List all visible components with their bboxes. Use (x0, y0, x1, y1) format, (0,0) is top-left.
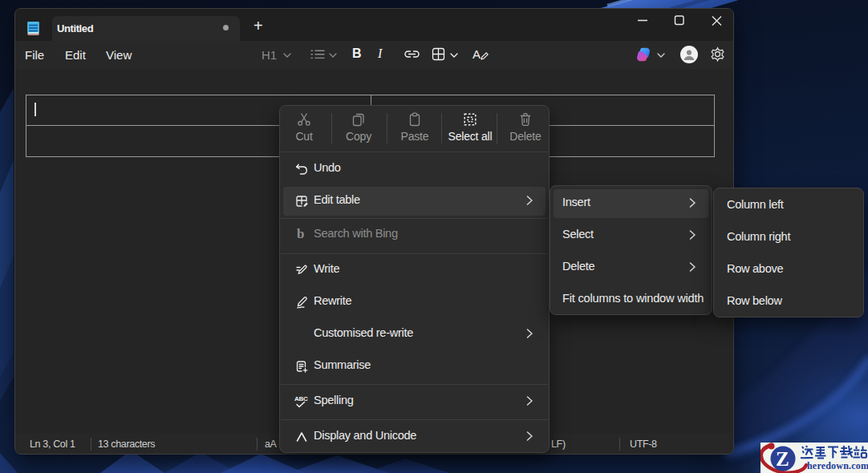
svg-text:heredown.com: heredown.com (807, 460, 868, 471)
svg-text:Z: Z (776, 448, 789, 470)
svg-text:ABC: ABC (294, 395, 308, 402)
